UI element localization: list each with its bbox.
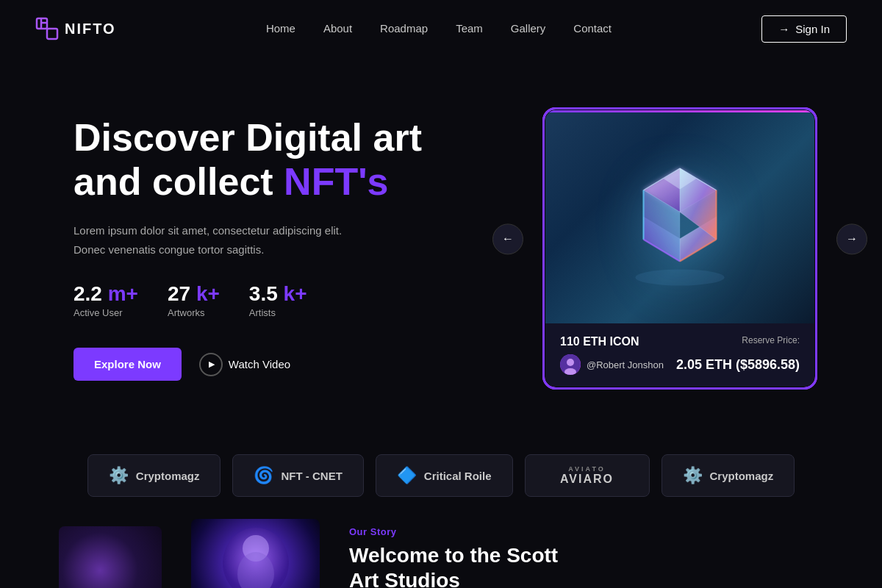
logo[interactable]: NIFTO xyxy=(35,17,116,40)
nav-gallery[interactable]: Gallery xyxy=(511,22,546,35)
brand-cryptomagz-2[interactable]: ⚙️ Cryptomagz xyxy=(662,454,795,497)
bottom-center-art xyxy=(191,519,320,588)
stat-artworks: 27 k+ Artworks xyxy=(168,282,220,318)
critical-roile-icon: 🔷 xyxy=(397,466,417,485)
stats-row: 2.2 m+ Active User 27 k+ Artworks 3.5 k+… xyxy=(74,282,507,318)
logo-icon xyxy=(35,17,59,40)
our-story-title: Welcome to the Scott Art Studios xyxy=(349,543,823,588)
cryptomagz-1-icon: ⚙️ xyxy=(109,466,129,485)
stat-users-label: Active User xyxy=(74,307,138,318)
hero-title-line1: Discover Digital art xyxy=(74,116,422,159)
hero-actions: Explore Now Watch Video xyxy=(74,348,507,381)
stat-artists-number: 3.5 xyxy=(249,282,278,305)
stat-users-suffix: m+ xyxy=(108,282,138,305)
hero-left: Discover Digital art and collect NFT's L… xyxy=(74,116,537,381)
nav-home[interactable]: Home xyxy=(266,22,295,35)
nav-contact[interactable]: Contact xyxy=(573,22,612,35)
hero-right: ← xyxy=(537,109,823,388)
svg-rect-1 xyxy=(47,29,57,39)
stat-artists-suffix: k+ xyxy=(284,282,307,305)
hero-description: Lorem ipsum dolor sit amet, consectetur … xyxy=(74,221,353,259)
stat-users-number: 2.2 xyxy=(74,282,102,305)
nft-info-top: 110 ETH ICON Reserve Price: xyxy=(560,335,800,348)
cryptomagz-2-icon: ⚙️ xyxy=(683,466,703,485)
nav-about[interactable]: About xyxy=(323,22,352,35)
hero-desc-line2: Donec venenatis congue tortor sagittis. xyxy=(74,243,264,256)
sign-in-arrow-icon: → xyxy=(778,23,789,35)
hero-title-accent: NFT's xyxy=(284,160,388,203)
cryptomagz-2-label: Cryptomagz xyxy=(710,470,774,482)
brand-aviaro[interactable]: AVIATO AVIARO xyxy=(525,454,650,497)
svg-point-4 xyxy=(636,270,725,286)
stat-artworks-label: Artworks xyxy=(168,307,220,318)
nft-price: 2.05 ETH ($5896.58) xyxy=(676,357,800,373)
nft-reserve-label: Reserve Price: xyxy=(742,335,800,345)
author-name: @Robert Jonshon xyxy=(587,359,664,370)
nft-card: 110 ETH ICON Reserve Price: @Robert Jons… xyxy=(544,109,816,388)
explore-now-button[interactable]: Explore Now xyxy=(74,348,182,381)
stat-active-users: 2.2 m+ Active User xyxy=(74,282,138,318)
nft-cnet-label: NFT - CNET xyxy=(281,470,342,482)
bottom-image-center xyxy=(191,519,320,588)
watch-video-label: Watch Video xyxy=(229,358,290,370)
hero-title: Discover Digital art and collect NFT's xyxy=(74,116,507,204)
stat-artworks-suffix: k+ xyxy=(196,282,220,305)
carousel-next-button[interactable]: → xyxy=(836,223,867,254)
bottom-section: Our Story Welcome to the Scott Art Studi… xyxy=(0,526,882,588)
sign-in-label: Sign In xyxy=(795,23,830,35)
nav-team[interactable]: Team xyxy=(456,22,483,35)
our-story-label: Our Story xyxy=(349,526,823,537)
critical-roile-label: Critical Roile xyxy=(424,470,492,482)
story-title-line2: Art Studios xyxy=(349,569,460,588)
stat-artists-label: Artists xyxy=(249,307,307,318)
brand-critical-roile[interactable]: 🔷 Critical Roile xyxy=(376,454,513,497)
stat-artworks-number: 27 xyxy=(168,282,190,305)
nft-author: @Robert Jonshon xyxy=(560,354,664,375)
carousel-prev-button[interactable]: ← xyxy=(492,223,523,254)
hero-title-line2-plain: and collect xyxy=(74,160,284,203)
nft-info-bottom: @Robert Jonshon 2.05 ETH ($5896.58) xyxy=(560,354,800,375)
nav-links: Home About Roadmap Team Gallery Contact xyxy=(266,22,612,35)
aviaro-logo: AVIATO AVIARO xyxy=(560,465,614,486)
bottom-text: Our Story Welcome to the Scott Art Studi… xyxy=(349,526,823,588)
brand-nft-cnet[interactable]: 🌀 NFT - CNET xyxy=(232,454,363,497)
bottom-art-svg xyxy=(212,523,300,588)
bottom-left-art xyxy=(59,526,162,588)
nft-art-svg xyxy=(599,136,761,298)
play-icon xyxy=(199,353,223,376)
stat-artists: 3.5 k+ Artists xyxy=(249,282,307,318)
watch-video-button[interactable]: Watch Video xyxy=(199,353,290,376)
nft-info: 110 ETH ICON Reserve Price: @Robert Jons… xyxy=(545,323,814,387)
sign-in-button[interactable]: → Sign In xyxy=(761,15,847,43)
cryptomagz-1-label: Cryptomagz xyxy=(136,470,200,482)
brands-section: ⚙️ Cryptomagz 🌀 NFT - CNET 🔷 Critical Ro… xyxy=(0,440,882,512)
nft-image xyxy=(545,110,814,323)
navbar: NIFTO Home About Roadmap Team Gallery Co… xyxy=(0,0,882,57)
avatar-image xyxy=(560,354,581,375)
svg-point-19 xyxy=(567,359,574,366)
story-title-line1: Welcome to the Scott xyxy=(349,544,558,567)
brand-cryptomagz-1[interactable]: ⚙️ Cryptomagz xyxy=(87,454,221,497)
hero-section: Discover Digital art and collect NFT's L… xyxy=(0,57,882,440)
hero-desc-line1: Lorem ipsum dolor sit amet, consectetur … xyxy=(74,224,342,237)
nft-title: 110 ETH ICON xyxy=(560,335,639,348)
author-avatar xyxy=(560,354,581,375)
logo-text: NIFTO xyxy=(65,21,116,37)
nav-roadmap[interactable]: Roadmap xyxy=(380,22,428,35)
nft-cnet-icon: 🌀 xyxy=(254,466,273,485)
bottom-image-left xyxy=(59,526,162,588)
